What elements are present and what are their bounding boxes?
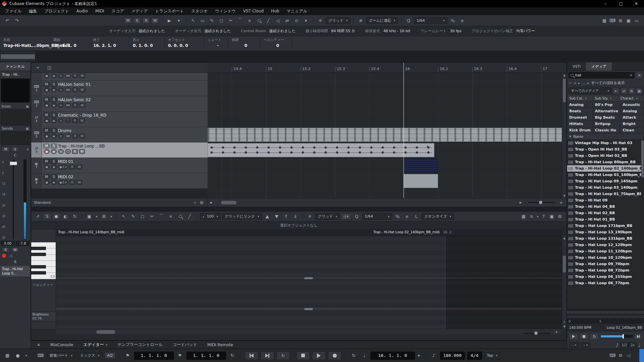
transport-setup-icon[interactable]: ▦ [3, 352, 11, 359]
media-result-row[interactable]: Trap - Hat Loop 06_77bpm [567, 280, 644, 286]
draw-tool-icon[interactable]: ✎ [129, 213, 137, 220]
read-button[interactable]: R [72, 73, 78, 78]
iterative-quantize-icon[interactable]: % [393, 213, 401, 220]
tab-midi-remote[interactable]: MIDI Remote [203, 343, 238, 347]
media-result-row[interactable]: Trap - Hi Hat Loop 01_75bpm_BB [567, 191, 644, 197]
auto-quantize-button[interactable]: AQ [105, 352, 115, 359]
read-button[interactable]: R [69, 180, 75, 185]
write-button[interactable]: W [76, 165, 82, 169]
scroll-up-icon[interactable]: ▲ [562, 236, 567, 240]
zoom-in-icon[interactable]: + [554, 329, 559, 335]
transport-gear-icon[interactable]: ⚙ [616, 352, 625, 359]
close-lower-zone-icon[interactable]: ✕ [32, 343, 45, 347]
attr-item[interactable]: Britpop [593, 121, 620, 127]
menu-project[interactable]: プロジェクト [41, 7, 73, 15]
read-automation-button[interactable]: R [2, 247, 10, 252]
zoom-slider-handle[interactable] [534, 331, 538, 335]
track-visibility-icon[interactable]: ◫ [45, 64, 53, 71]
name-column-header[interactable]: ▼Name [567, 134, 644, 140]
track-row[interactable]: ⌨2 MSHALion Sonic 01 ●◉e⌨RW [31, 81, 208, 96]
setup-toolbar-icon[interactable]: ▦ [600, 17, 608, 24]
preview-loop-button[interactable]: ↻ [590, 333, 599, 340]
quantize-dropdown[interactable]: 1/64▾ [362, 213, 392, 220]
menu-file[interactable]: ファイル [1, 7, 25, 15]
info-name-value[interactable]: Trap-Hi-HatL...0bpm_BB_midi [3, 43, 50, 48]
play-button[interactable] [312, 351, 326, 360]
volume-handle[interactable] [623, 334, 624, 339]
split-tool-icon[interactable]: ✂ [227, 17, 235, 24]
tab-vsti[interactable]: VSTi [567, 62, 586, 71]
write-button[interactable]: W [79, 103, 85, 108]
search-value[interactable]: hat [575, 73, 628, 77]
filter-column-substy[interactable]: Sub Sty.▾ [593, 95, 618, 101]
read-automation-button[interactable]: R [142, 17, 150, 24]
quantize-panel-icon[interactable]: e [458, 17, 466, 24]
media-result-row[interactable]: Trap - Hat Loop 08_72bpm [567, 267, 644, 274]
punch-in-flag-icon[interactable]: ⚑ [124, 352, 132, 359]
list-icon[interactable]: ≡ [528, 213, 536, 220]
info-offset-value[interactable]: 0. 0. 0. 0 [168, 43, 204, 48]
menu-score[interactable]: スコア [108, 7, 128, 15]
media-result-row[interactable]: Trap - Hi Hat Loop 03_140bpm [567, 184, 644, 191]
instrument-button[interactable]: ⌨ [65, 87, 71, 92]
beat-division[interactable]: 1/2 [620, 342, 629, 348]
record-arm-button[interactable]: ● [44, 87, 50, 92]
piano-keyboard[interactable]: C3 [31, 242, 56, 279]
media-result-row[interactable]: Trap - Hat Loop 131bpm_BB [567, 235, 644, 242]
menu-edit[interactable]: 編集 [25, 7, 41, 15]
pre-roll-icon[interactable]: ↻ [350, 352, 358, 359]
write-automation-button[interactable]: W [11, 247, 19, 252]
media-result-row[interactable]: Trap - Hi Hat Loop 09_145bpm [567, 178, 644, 184]
glue-tool-icon[interactable]: ⌒ [236, 17, 244, 24]
parts-caret[interactable]: ▾ [95, 213, 99, 220]
media-list-scrollbar[interactable] [641, 140, 644, 309]
timeline-ruler[interactable]: 14.4 15 15.2 15.3 15.4 16 16.2 16.3 16.4… [208, 63, 567, 73]
menu-window[interactable]: ウィンドウ [211, 7, 239, 15]
solo-all-button[interactable]: S [133, 17, 141, 24]
attr-item[interactable]: Clean [621, 127, 644, 134]
zoom-in-icon[interactable]: + [562, 319, 567, 324]
channel-track-name[interactable]: Trap - Hi.. [0, 71, 31, 78]
move-down-icon[interactable]: ▼ [273, 213, 281, 220]
editor-vertical-scrollbar[interactable]: ▲ + ▼ [562, 236, 567, 329]
open-in-window-icon[interactable]: ⇗ [34, 213, 42, 220]
time-format-icon[interactable]: ♩ [360, 352, 368, 359]
monitor-button[interactable]: ◁ [9, 253, 12, 258]
read-button[interactable]: R [72, 103, 78, 108]
track-row-selected[interactable]: ⇄6 MSTrap - Hi-Hat Loop ...BB ●◉e⌒RW [31, 142, 208, 158]
peak-level-value[interactable]: -7.8 [16, 241, 30, 246]
track-solo-button[interactable]: S [51, 174, 57, 179]
comment-caret[interactable]: ▾ [302, 17, 310, 24]
track-mute-button[interactable]: M [43, 97, 50, 102]
preset-caret[interactable]: ▾ [194, 201, 196, 204]
track-row[interactable]: ⌨3 MSHALion Sonic 02 ●◉e⌨RW [31, 96, 208, 112]
info-mute-value[interactable]: - [208, 43, 228, 48]
close-button[interactable]: ✕ [629, 0, 644, 7]
sends-section-header[interactable]: Sends▣ [0, 125, 31, 131]
punch-out-position[interactable]: 1. 1. 1. 0 [186, 352, 226, 360]
menu-studio[interactable]: スタジオ [187, 7, 211, 15]
back-icon[interactable]: ← [569, 81, 572, 85]
mute-tool-icon[interactable]: × [167, 213, 175, 220]
vertical-scrollbar[interactable]: ▲ ▼ [562, 73, 567, 198]
menu-midi[interactable]: MIDI [92, 7, 108, 15]
maximize-button[interactable]: ▢ [613, 0, 629, 7]
grid-type-dropdown[interactable]: グリッド▾ [315, 213, 340, 220]
record-arm-button[interactable]: ● [44, 118, 50, 123]
write-button[interactable]: W [79, 87, 85, 92]
lane-divider-handle[interactable] [304, 308, 313, 310]
edit-channel-button[interactable]: e [58, 134, 64, 138]
zoom-tool-icon[interactable] [255, 17, 263, 24]
media-result-row[interactable]: Trap - Hat Loop 13_190bpm [567, 229, 644, 235]
tab-editor[interactable]: エディター▾ [79, 342, 112, 348]
attr-item[interactable]: Analog [621, 108, 644, 114]
monitor-button[interactable]: ◉ [51, 103, 57, 108]
preview-play-button[interactable] [569, 333, 578, 340]
track-solo-button[interactable]: S [51, 159, 57, 164]
window-layout-icon[interactable]: ▭ [633, 17, 641, 24]
edit-active-part-icon[interactable]: ⊞ [100, 213, 108, 220]
preview-waveform[interactable]: 0 5 [567, 309, 644, 324]
lane-divider-handle[interactable] [304, 277, 313, 279]
read-button[interactable]: R [72, 149, 78, 154]
right-zone-toggle-icon[interactable]: ▣ [625, 17, 633, 24]
